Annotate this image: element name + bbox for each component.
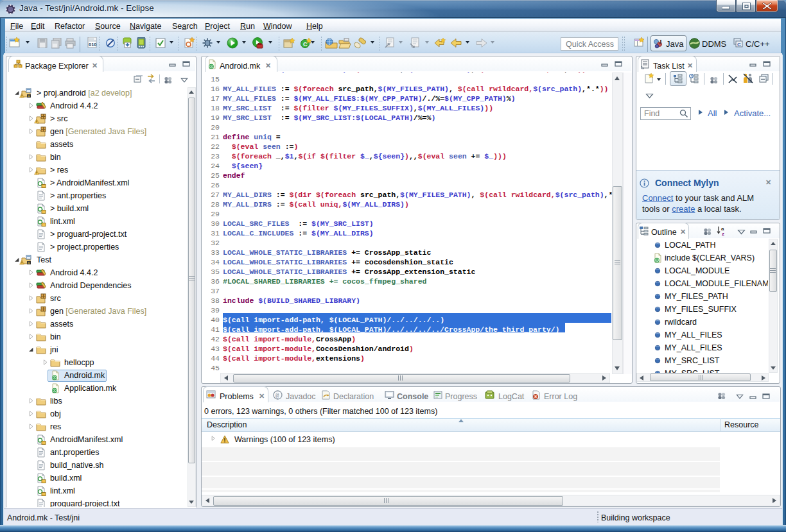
svg-text:C: C xyxy=(737,42,741,47)
svg-text:@: @ xyxy=(275,393,279,399)
svg-text:J: J xyxy=(659,39,662,45)
svg-text:C: C xyxy=(303,41,308,47)
svg-text:010: 010 xyxy=(89,42,97,47)
svg-text:z: z xyxy=(722,231,724,236)
